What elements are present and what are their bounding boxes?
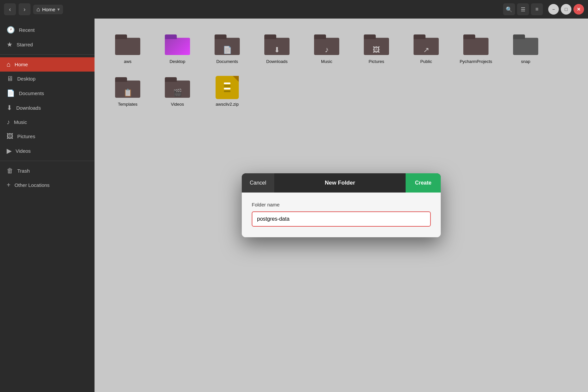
view-icon: ☰: [521, 6, 525, 13]
music-icon: ♪: [7, 118, 10, 126]
maximize-button[interactable]: □: [561, 4, 571, 15]
sidebar-label-downloads: Downloads: [16, 105, 41, 111]
folder-name-input[interactable]: [252, 211, 431, 227]
sidebar-item-other-locations[interactable]: + Other Locations: [0, 178, 95, 192]
breadcrumb-label: Home: [42, 7, 55, 12]
titlebar: ‹ › ⌂ Home ▾ 🔍 ☰ ≡ − □ ✕: [0, 0, 588, 19]
sidebar-label-videos: Videos: [16, 148, 31, 154]
downloads-icon: ⬇: [7, 104, 12, 112]
sidebar-item-music[interactable]: ♪ Music: [0, 115, 95, 129]
documents-icon: 📄: [7, 89, 15, 97]
search-icon: 🔍: [506, 6, 512, 13]
desktop-icon: 🖥: [7, 75, 13, 83]
sidebar-item-documents[interactable]: 📄 Documents: [0, 86, 95, 100]
list-icon: ≡: [535, 6, 538, 12]
dialog-create-button[interactable]: Create: [406, 173, 441, 193]
close-button[interactable]: ✕: [573, 4, 584, 15]
maximize-icon: □: [565, 7, 567, 12]
sidebar-item-trash[interactable]: 🗑 Trash: [0, 164, 95, 178]
sidebar-label-desktop: Desktop: [17, 76, 35, 82]
dialog-header: Cancel New Folder Create: [242, 173, 441, 193]
sidebar-label-recent: Recent: [19, 27, 35, 33]
trash-icon: 🗑: [7, 167, 13, 175]
sidebar-item-home[interactable]: ⌂ Home: [0, 57, 95, 72]
sidebar: 🕐 Recent ★ Starred ⌂ Home 🖥 Desktop 📄 Do…: [0, 19, 95, 392]
sidebar-label-trash: Trash: [17, 168, 30, 174]
minimize-icon: −: [552, 7, 555, 12]
pictures-icon: 🖼: [7, 133, 13, 140]
starred-icon: ★: [7, 40, 13, 48]
file-area: aws Desktop 📄 Documents: [95, 19, 588, 392]
sidebar-item-starred[interactable]: ★ Starred: [0, 37, 95, 52]
videos-nav-icon: ▶: [7, 147, 12, 155]
view-options-button[interactable]: ☰: [517, 3, 529, 15]
sidebar-label-starred: Starred: [17, 42, 33, 47]
sidebar-label-home: Home: [15, 62, 28, 67]
dialog-title: New Folder: [274, 180, 406, 186]
sidebar-label-documents: Documents: [19, 90, 44, 96]
main-layout: 🕐 Recent ★ Starred ⌂ Home 🖥 Desktop 📄 Do…: [0, 19, 588, 392]
sidebar-item-pictures[interactable]: 🖼 Pictures: [0, 129, 95, 143]
new-folder-dialog: Cancel New Folder Create Folder name: [242, 173, 441, 237]
forward-icon: ›: [24, 6, 26, 13]
breadcrumb[interactable]: ⌂ Home ▾: [33, 5, 63, 14]
forward-button[interactable]: ›: [19, 3, 31, 15]
list-view-button[interactable]: ≡: [531, 3, 543, 15]
breadcrumb-dropdown-icon[interactable]: ▾: [57, 7, 60, 12]
home-nav-icon: ⌂: [7, 61, 11, 68]
sidebar-label-other-locations: Other Locations: [15, 182, 50, 188]
dialog-body: Folder name: [242, 193, 441, 237]
dialog-overlay: Cancel New Folder Create Folder name: [95, 19, 588, 392]
minimize-button[interactable]: −: [548, 4, 559, 15]
search-button[interactable]: 🔍: [503, 3, 515, 15]
dialog-cancel-button[interactable]: Cancel: [242, 173, 274, 193]
sidebar-label-music: Music: [14, 119, 27, 125]
back-icon: ‹: [9, 6, 11, 13]
sidebar-item-videos[interactable]: ▶ Videos: [0, 143, 95, 158]
folder-name-label: Folder name: [252, 202, 431, 207]
home-icon: ⌂: [36, 6, 40, 13]
other-locations-icon: +: [7, 181, 11, 189]
sidebar-label-pictures: Pictures: [17, 134, 35, 139]
sidebar-divider-2: [0, 161, 95, 161]
close-icon: ✕: [577, 7, 581, 12]
sidebar-item-desktop[interactable]: 🖥 Desktop: [0, 72, 95, 86]
sidebar-item-downloads[interactable]: ⬇ Downloads: [0, 100, 95, 115]
recent-icon: 🕐: [7, 26, 15, 34]
back-button[interactable]: ‹: [4, 3, 16, 15]
titlebar-actions: 🔍 ☰ ≡: [503, 3, 543, 15]
window-controls: − □ ✕: [548, 4, 584, 15]
sidebar-divider-1: [0, 54, 95, 55]
sidebar-item-recent[interactable]: 🕐 Recent: [0, 23, 95, 37]
